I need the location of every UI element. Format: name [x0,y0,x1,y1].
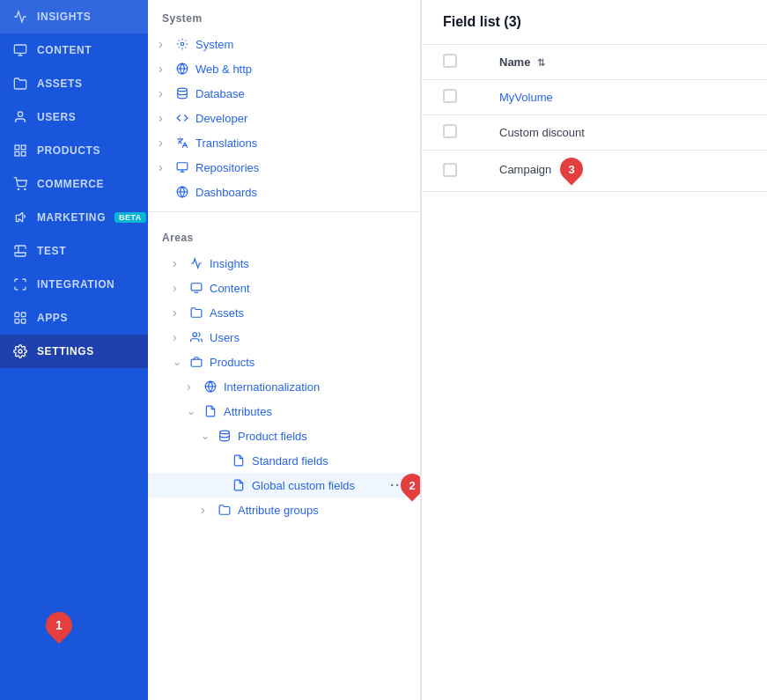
sidebar-item-apps[interactable]: APPS [0,301,148,335]
database-icon [174,85,190,101]
sidebar-label-settings: SETTINGS [37,345,94,357]
tree-item-attribute-groups[interactable]: ›Attribute groups [148,497,420,522]
tree-item-product-fields[interactable]: ⌄Product fields [148,424,420,448]
chevron-icon: › [159,111,169,125]
tree-label-system: System [195,38,233,51]
sidebar-label-integration: INTEGRATION [37,278,114,291]
middle-panel: System ›System›Web & http›Database›Devel… [148,0,421,700]
tree-item-assets[interactable]: ›Assets [148,300,420,325]
sidebar-item-test[interactable]: TEST [0,234,148,268]
tree-label-developer: Developer [195,112,247,125]
chevron-icon: › [159,37,169,51]
field-name-cell-2: Custom discount [478,115,767,151]
svg-rect-6 [15,151,19,156]
row-checkbox-2 [422,115,478,151]
sidebar-label-apps: APPS [37,312,68,324]
annotation-1-badge: 1 [41,607,77,644]
grid-icon [12,143,28,158]
standard-fields-icon [231,453,247,468]
sidebar-item-content[interactable]: CONTENT [0,33,148,67]
svg-rect-24 [191,284,202,291]
field-name-3: Campaign [499,163,551,176]
tree-label-products: Products [210,356,254,369]
tree-item-translations[interactable]: ›Translations [148,130,420,155]
checkbox-1[interactable] [443,89,457,103]
select-all-checkbox[interactable] [443,54,457,68]
svg-rect-27 [191,359,202,366]
chevron-icon: › [159,86,169,100]
tree-item-database[interactable]: ›Database [148,81,420,106]
sidebar-label-insights: INSIGHTS [37,11,91,23]
svg-point-9 [25,188,26,189]
tree-item-insights[interactable]: ›Insights [148,251,420,276]
megaphone-icon [12,210,28,225]
sidebar-item-users[interactable]: USERS [0,100,148,134]
custom-fields-icon [231,477,247,493]
tree-label-dashboards: Dashboards [195,186,257,199]
sidebar-item-assets[interactable]: ASSETS [0,67,148,100]
developer-icon [174,110,190,126]
sidebar-label-users: USERS [37,111,76,123]
tree-item-system[interactable]: ›System [148,32,420,56]
chevron-icon: › [173,306,183,320]
sort-icon[interactable]: ⇅ [537,57,545,68]
tree-item-developer[interactable]: ›Developer [148,106,420,130]
tree-item-repositories[interactable]: ›Repositories [148,155,420,180]
sidebar-item-integration[interactable]: INTEGRATION [0,268,148,301]
tree-label-web-&-http: Web & http [195,63,252,76]
svg-rect-7 [21,151,26,156]
web-icon [174,61,190,77]
chevron-icon: ⌄ [187,405,197,417]
user-icon [12,109,28,125]
field-list-title: Field list (3) [443,14,521,29]
sidebar-item-commerce[interactable]: COMMERCE [0,167,148,201]
cart-icon [12,176,28,192]
svg-rect-0 [14,45,26,53]
tree-item-dashboards[interactable]: Dashboards [148,180,420,204]
chevron-icon: ⌄ [173,356,183,368]
sidebar-label-marketing: MARKETING [37,211,106,224]
chevron-icon: › [159,62,169,76]
content-icon [188,280,204,296]
svg-point-26 [193,333,197,337]
globe-icon [203,379,218,394]
row-checkbox-3 [422,151,478,192]
annotation-3-badge: 3 [556,153,588,186]
sidebar-label-commerce: COMMERCE [37,178,104,190]
checkbox-header [422,45,478,80]
tree-item-products[interactable]: ⌄Products [148,350,420,374]
table-row: Custom discount [422,115,767,151]
sidebar-item-products[interactable]: PRODUCTS [0,134,148,167]
tree-label-database: Database [195,87,245,100]
tree-label-internationalization: Internationalization [224,380,320,394]
sidebar-item-marketing[interactable]: MARKETINGBETA [0,201,148,234]
tree-item-standard-fields[interactable]: Standard fields [148,448,420,473]
beta-badge: BETA [114,212,146,223]
sidebar-item-insights[interactable]: INSIGHTS [0,0,148,33]
svg-point-30 [220,431,230,434]
tree-item-content[interactable]: ›Content [148,276,420,300]
chevron-icon: › [173,330,183,344]
svg-point-18 [178,88,188,92]
tree-item-attributes[interactable]: ⌄Attributes [148,399,420,424]
field-name-1[interactable]: MyVolume [499,91,553,104]
sidebar-item-settings[interactable]: SETTINGS [0,335,148,368]
test-icon [12,243,28,259]
sidebar: INSIGHTSCONTENTASSETSUSERSPRODUCTSCOMMER… [0,0,148,700]
tree-label-attribute-groups: Attribute groups [238,504,319,517]
svg-rect-10 [15,313,19,317]
gear-icon [12,343,28,359]
checkbox-2[interactable] [443,124,457,138]
tree-item-global-custom-fields[interactable]: Global custom fields···2 [148,473,420,497]
integration-icon [12,276,28,292]
tree-item-internationalization[interactable]: ›Internationalization [148,374,420,399]
users-icon [188,329,204,345]
tree-label-standard-fields: Standard fields [252,454,328,468]
tree-label-insights: Insights [210,257,249,270]
tree-item-users[interactable]: ›Users [148,325,420,350]
field-name-cell-3: Campaign3 [478,151,767,192]
chevron-icon: › [173,256,183,270]
checkbox-3[interactable] [443,163,457,177]
tree-item-web-&-http[interactable]: ›Web & http [148,56,420,81]
tree-label-product-fields: Product fields [238,430,307,443]
